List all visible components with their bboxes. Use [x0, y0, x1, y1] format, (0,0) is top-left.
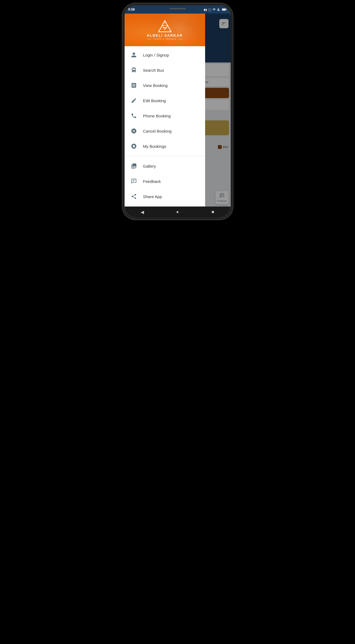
- my-bookings-label: My Bookings: [143, 144, 166, 149]
- recents-icon: ■: [212, 210, 214, 214]
- logo-name: ALBELI SARKAR: [147, 33, 183, 37]
- recents-button[interactable]: ■: [209, 208, 217, 216]
- signal-icon: [217, 8, 221, 11]
- logo-line-left: [147, 39, 152, 39]
- menu-item-login[interactable]: Login / Signup: [125, 47, 205, 62]
- share-app-label: Share App: [143, 194, 162, 199]
- receipt-icon: [130, 82, 138, 89]
- circle-icon: ◯: [208, 8, 211, 11]
- star-icon: [130, 142, 138, 150]
- feedback-icon: [130, 177, 138, 185]
- home-icon: ●: [176, 210, 179, 214]
- login-label: Login / Signup: [143, 53, 169, 57]
- svg-marker-3: [159, 21, 171, 32]
- phone-icon: [130, 112, 138, 120]
- bottom-nav: ◀ ● ■: [125, 207, 231, 217]
- gallery-icon: [130, 162, 138, 170]
- cancel-icon: [130, 127, 138, 135]
- svg-rect-1: [226, 9, 227, 10]
- status-time: 9:58: [128, 8, 135, 11]
- menu-item-search-bus[interactable]: Search Bus: [125, 62, 205, 78]
- menu-section-1: Login / Signup Search Bus Vi: [125, 46, 205, 155]
- phone-frame: 9:58 ▮▮ ◯: [125, 5, 231, 217]
- bus-icon: [130, 66, 138, 74]
- menu-item-cancel-booking[interactable]: Cancel Booking: [125, 123, 205, 139]
- menu-item-view-booking[interactable]: View Booking: [125, 78, 205, 93]
- edit-booking-label: Edit Booking: [143, 98, 166, 103]
- logo-sub-area: TOURS & TRAVELS: [147, 38, 183, 40]
- menu-item-feedback[interactable]: Feedback: [125, 174, 205, 189]
- gallery-label: Gallery: [143, 164, 156, 168]
- main-content: Today Next day ELINES ers: [125, 14, 231, 217]
- logo-sub: TOURS & TRAVELS: [153, 38, 177, 40]
- menu-item-my-bookings[interactable]: My Bookings: [125, 139, 205, 154]
- phone-booking-label: Phone Booking: [143, 114, 171, 118]
- menu-item-phone-booking[interactable]: Phone Booking: [125, 108, 205, 123]
- svg-rect-2: [222, 9, 226, 10]
- menu-item-share-app[interactable]: Share App: [125, 189, 205, 204]
- wifi-icon: [212, 8, 216, 11]
- person-icon: [130, 51, 138, 59]
- notch: [169, 8, 186, 9]
- drawer-header: ALBELI SARKAR TOURS & TRAVELS: [125, 14, 205, 46]
- back-button[interactable]: ◀: [138, 208, 147, 216]
- view-booking-label: View Booking: [143, 83, 168, 88]
- menu-item-edit-booking[interactable]: Edit Booking: [125, 93, 205, 108]
- feedback-label: Feedback: [143, 179, 161, 184]
- drawer-logo: ALBELI SARKAR TOURS & TRAVELS: [147, 20, 183, 40]
- search-bus-label: Search Bus: [143, 68, 164, 73]
- navigation-drawer: ALBELI SARKAR TOURS & TRAVELS: [125, 14, 205, 217]
- back-icon: ◀: [141, 210, 144, 215]
- phone-inner: 9:58 ▮▮ ◯: [125, 5, 231, 217]
- home-button[interactable]: ●: [173, 208, 182, 216]
- sim-icon: ▮▮: [204, 8, 207, 11]
- status-icons: ▮▮ ◯: [204, 8, 227, 11]
- logo-line-right: [178, 39, 183, 39]
- share-icon: [130, 193, 138, 200]
- menu-divider: [125, 156, 205, 156]
- battery-icon: [222, 8, 227, 11]
- edit-icon: [130, 97, 138, 104]
- menu-item-gallery[interactable]: Gallery: [125, 158, 205, 174]
- svg-point-6: [164, 22, 165, 23]
- logo-svg: [158, 20, 172, 32]
- cancel-booking-label: Cancel Booking: [143, 129, 172, 133]
